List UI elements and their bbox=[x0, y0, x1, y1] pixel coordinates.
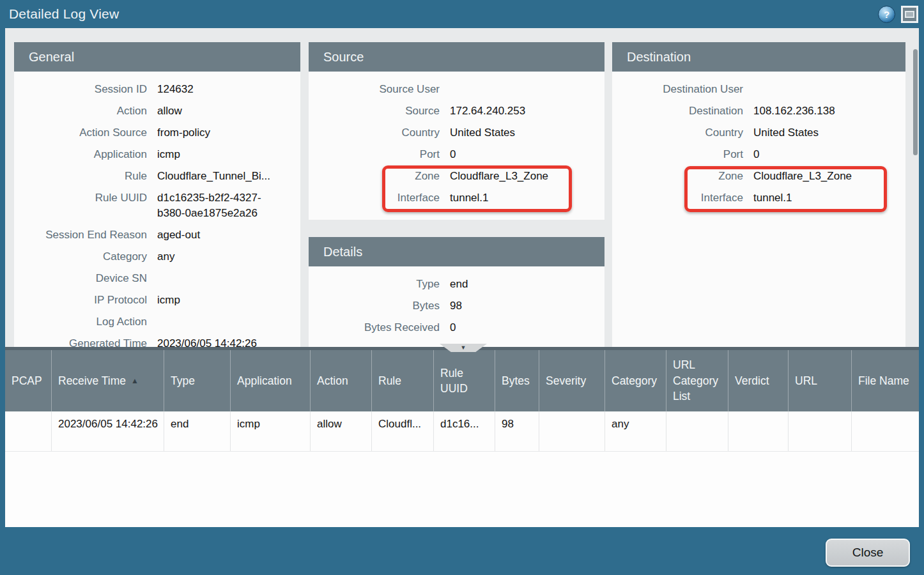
field-label: Interface bbox=[309, 190, 440, 206]
field-label: Session End Reason bbox=[14, 227, 147, 243]
column-label: Verdict bbox=[735, 373, 769, 389]
maximize-window-icon-inner bbox=[905, 11, 914, 18]
sort-ascending-icon: ▲ bbox=[131, 376, 139, 387]
column-label: Application bbox=[237, 373, 292, 389]
field-label: Generated Time bbox=[14, 336, 147, 348]
field-label: Rule bbox=[14, 169, 147, 184]
field-source-interface: Interfacetunnel.1 bbox=[309, 190, 604, 206]
help-icon-glyph: ? bbox=[884, 10, 889, 19]
column-header-rule-uuid[interactable]: Rule UUID bbox=[434, 350, 495, 411]
column-header-category[interactable]: Category bbox=[605, 350, 666, 411]
field-label: Port bbox=[612, 147, 743, 162]
field-value: allow bbox=[157, 103, 300, 119]
cell-category: any bbox=[605, 411, 666, 451]
field-value: United States bbox=[450, 125, 604, 141]
cell-receive-time: 2023/06/05 14:42:26 bbox=[52, 411, 164, 451]
cell-rule-uuid: d1c16... bbox=[434, 411, 495, 451]
field-destination-zone: ZoneCloudflare_L3_Zone bbox=[612, 169, 905, 184]
field-value: Cloudflare_Tunnel_Bi... bbox=[157, 169, 300, 184]
field-ip-protocol: IP Protocolicmp bbox=[14, 293, 300, 308]
column-header-application[interactable]: Application bbox=[231, 350, 311, 411]
field-value: 108.162.236.138 bbox=[753, 103, 905, 119]
column-header-file-name[interactable]: File Name bbox=[852, 350, 919, 411]
cell-pcap bbox=[5, 411, 52, 451]
column-header-url[interactable]: URL bbox=[789, 350, 852, 411]
cell-verdict bbox=[728, 411, 789, 451]
field-label: Type bbox=[309, 277, 440, 292]
column-header-receive-time[interactable]: Receive Time▲ bbox=[52, 350, 164, 411]
log-table-row[interactable]: 2023/06/05 14:42:26 end icmp allow Cloud… bbox=[5, 411, 919, 452]
general-panel: General Session ID124632 Actionallow Act… bbox=[14, 42, 300, 348]
column-header-severity[interactable]: Severity bbox=[539, 350, 605, 411]
field-value: tunnel.1 bbox=[753, 190, 905, 206]
general-panel-body: Session ID124632 Actionallow Action Sour… bbox=[14, 72, 300, 348]
field-action: Actionallow bbox=[14, 103, 300, 119]
column-header-rule[interactable]: Rule bbox=[372, 350, 434, 411]
field-type: Typeend bbox=[309, 277, 604, 292]
field-rule: RuleCloudflare_Tunnel_Bi... bbox=[14, 169, 300, 184]
source-panel: Source Source User Source172.64.240.253 … bbox=[309, 42, 604, 220]
cell-rule: Cloudfl... bbox=[372, 411, 434, 451]
column-header-pcap[interactable]: PCAP bbox=[5, 350, 52, 411]
field-category: Categoryany bbox=[14, 249, 300, 264]
help-icon[interactable]: ? bbox=[878, 6, 895, 23]
field-label: Source User bbox=[309, 82, 440, 97]
field-generated-time: Generated Time2023/06/05 14:42:26 bbox=[14, 336, 300, 348]
column-label: Action bbox=[317, 373, 348, 389]
field-value: United States bbox=[753, 125, 905, 141]
field-source: Source172.64.240.253 bbox=[309, 103, 604, 119]
column-header-verdict[interactable]: Verdict bbox=[728, 350, 789, 411]
details-panel-body: Typeend Bytes98 Bytes Received0 bbox=[309, 266, 604, 335]
field-label: Action Source bbox=[14, 125, 147, 141]
field-source-user: Source User bbox=[309, 82, 604, 97]
field-value: icmp bbox=[157, 293, 300, 308]
column-header-type[interactable]: Type bbox=[164, 350, 231, 411]
field-label: Bytes Received bbox=[309, 320, 440, 335]
field-value bbox=[450, 82, 604, 97]
field-label: Session ID bbox=[14, 82, 147, 97]
cell-bytes: 98 bbox=[495, 411, 539, 451]
column-label: Bytes bbox=[502, 373, 530, 389]
maximize-window-icon[interactable] bbox=[901, 6, 918, 23]
field-session-end-reason: Session End Reasonaged-out bbox=[14, 227, 300, 243]
details-panel-header: Details bbox=[309, 237, 604, 266]
field-destination-interface: Interfacetunnel.1 bbox=[612, 190, 905, 206]
field-value: 0 bbox=[753, 147, 905, 162]
column-label: Category bbox=[612, 373, 657, 389]
field-session-id: Session ID124632 bbox=[14, 82, 300, 97]
field-source-country: CountryUnited States bbox=[309, 125, 604, 141]
column-label: Rule UUID bbox=[440, 365, 491, 397]
collapse-icon: ▼ bbox=[461, 345, 466, 351]
column-header-url-category-list[interactable]: URL Category List bbox=[666, 350, 728, 411]
vertical-scrollbar-thumb[interactable] bbox=[913, 49, 918, 155]
field-value: aged-out bbox=[157, 227, 300, 243]
field-value: from-policy bbox=[157, 125, 300, 141]
destination-panel: Destination Destination User Destination… bbox=[612, 42, 905, 347]
field-value bbox=[157, 314, 300, 330]
log-table-header: PCAP Receive Time▲ Type Application Acti… bbox=[5, 350, 919, 411]
field-label: Device SN bbox=[14, 271, 147, 286]
field-destination-port: Port0 bbox=[612, 147, 905, 162]
field-action-source: Action Sourcefrom-policy bbox=[14, 125, 300, 141]
dialog-title: Detailed Log View bbox=[9, 6, 119, 22]
field-label: Application bbox=[14, 147, 147, 162]
column-label: Severity bbox=[546, 373, 586, 389]
field-label: IP Protocol bbox=[14, 293, 147, 308]
field-application: Applicationicmp bbox=[14, 147, 300, 162]
column-header-action[interactable]: Action bbox=[311, 350, 372, 411]
field-label: Zone bbox=[309, 169, 440, 184]
field-label: Destination bbox=[612, 103, 743, 119]
field-value: end bbox=[450, 277, 604, 292]
cell-url bbox=[789, 411, 852, 451]
column-header-bytes[interactable]: Bytes bbox=[495, 350, 539, 411]
field-label: Bytes bbox=[309, 298, 440, 314]
footer-bar: Close bbox=[0, 527, 924, 575]
field-value: 172.64.240.253 bbox=[450, 103, 604, 119]
cell-file-name bbox=[852, 411, 919, 451]
source-panel-header: Source bbox=[309, 42, 604, 72]
field-value: icmp bbox=[157, 147, 300, 162]
field-label: Category bbox=[14, 249, 147, 264]
column-label: File Name bbox=[858, 373, 909, 389]
close-button[interactable]: Close bbox=[826, 539, 910, 567]
titlebar: Detailed Log View ? bbox=[0, 0, 924, 28]
